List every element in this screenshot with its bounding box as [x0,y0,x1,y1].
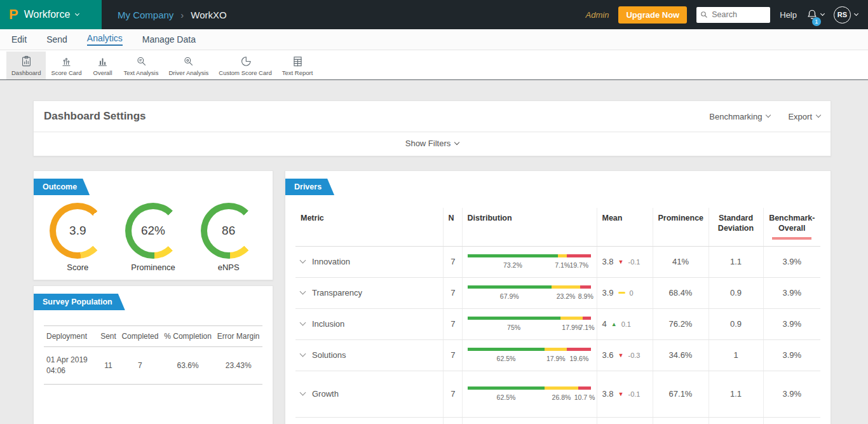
search-box [696,7,770,23]
tab-manage-data[interactable]: Manage Data [142,34,196,44]
distribution-yellow-segment [558,254,567,257]
distribution-red-label: 19.6% [569,355,588,362]
driver-delta: 0 [630,289,634,297]
survey-header-deployment: Deployment [44,326,98,347]
drivers-header-mean: Mean [597,208,653,246]
trend-icon: ▼ [618,352,624,359]
page-title: Dashboard Settings [44,110,146,123]
driver-benchmark: 3.9% [763,339,820,371]
drivers-ribbon: Drivers [285,179,334,195]
driver-delta: 0.1 [621,320,631,328]
distribution-yellow-segment [552,285,580,289]
tab-send[interactable]: Send [46,34,67,44]
drivers-header-prominence: Prominence [653,208,709,246]
driver-row: Growth 7 62.5% 26.8% 10.7 % 3.8 ▼ -0.1 6… [295,371,820,417]
driver-row: Innovation 7 73.2% 7.1% 19.7% 3.8 ▼ -0.1… [295,246,820,277]
driver-benchmark: 3.9% [763,246,820,277]
toolbar-item-text-report[interactable]: Text Report [277,51,318,79]
driver-prominence: 34.6% [653,339,709,371]
tab-edit[interactable]: Edit [11,34,27,44]
toolbar-item-score-card[interactable]: Score Card [46,51,86,79]
trend-icon [618,292,625,294]
distribution-yellow-label: 17.9% [546,355,566,362]
distribution-yellow-label: 17.9% [562,324,581,331]
driver-n: 7 [443,246,462,277]
export-dropdown[interactable]: Export [788,112,820,121]
user-menu[interactable]: RS [834,6,858,24]
driver-delta: -0.3 [628,352,641,359]
driver-mean: 4 [602,319,607,329]
drivers-header-benchmark: Benchmark-Overall [763,208,820,246]
custom-score-card-icon [240,55,252,67]
toolbar-item-overall[interactable]: Overall [87,51,119,79]
brand-logo: P [9,6,18,23]
driver-benchmark: 3.9% [763,417,820,424]
toolbar-item-text-analysis[interactable]: Text Analysis [119,51,164,79]
tab-analytics[interactable]: Analytics [87,33,123,46]
distribution-yellow-label: 26.8% [552,393,571,401]
notifications-button[interactable]: 1 [806,9,824,20]
distribution-red-segment [578,386,592,390]
distribution-green-segment [468,386,545,390]
driver-prominence: 59.5% [653,417,709,424]
survey-population-table: Deployment Sent Completed % Completion E… [44,325,262,385]
toolbar-item-custom-score-card[interactable]: Custom Score Card [214,51,276,79]
survey-header-sent: Sent [98,326,119,347]
driver-metric-name: Solutions [312,350,346,360]
driver-row: Transparency 7 67.9% 23.2% 8.9% 3.9 0 68… [295,277,820,308]
survey-error-margin: 23.43% [214,347,262,385]
distribution-bar [468,317,592,320]
dashboard-page: Dashboard Settings Benchmarking Export S… [0,80,868,424]
distribution-green-segment [468,254,559,257]
driver-metric-name: Inclusion [312,319,344,329]
distribution-green-segment [468,348,545,351]
main-tabs: Edit Send Analytics Manage Data [0,29,868,50]
overall-icon [97,55,109,67]
driver-std-deviation: 1 [709,417,763,424]
upgrade-now-button[interactable]: Upgrade Now [618,6,687,24]
chevron-down-icon [454,139,459,144]
text-analysis-icon [135,55,147,67]
expand-chevron-down-icon[interactable] [300,320,306,326]
distribution-green-label: 75% [507,324,520,331]
distribution-bar [468,348,592,351]
breadcrumb-company[interactable]: My Company [118,10,173,20]
driver-n: 7 [443,339,462,371]
drivers-header-distribution: Distribution [462,208,597,246]
driver-row: Solutions 7 62.5% 17.9% 19.6% 3.6 ▼ -0.3… [295,339,820,371]
outcome-ribbon: Outcome [34,179,90,195]
driver-row: Inclusion 7 75% 17.9% 7.1% 4 ▲ 0.1 76.2% [295,308,820,339]
driver-prominence: 76.2% [653,308,709,339]
survey-header-completed: Completed [119,326,161,347]
text-report-icon [292,55,304,67]
toolbar-item-driver-analysis[interactable]: Driver Analysis [163,51,214,79]
distribution-yellow-label: 23.2% [557,292,576,300]
driver-n: 7 [443,371,462,417]
toolbar-item-dashboard[interactable]: Dashboard [6,51,46,79]
product-name: Workforce [24,9,71,20]
survey-header-completion: % Completion [161,326,215,347]
survey-row: 01 Apr 2019 04:06 11 7 63.6% 23.43% [44,347,262,385]
outcome-card: Outcome 3.9 Score 62% Prominence [33,170,273,280]
product-switcher[interactable]: P Workforce [0,0,102,29]
driver-benchmark: 3.9% [763,371,820,417]
show-filters-toggle[interactable]: Show Filters [34,132,831,156]
driver-metric-name: Growth [312,389,339,399]
driver-analysis-icon [182,55,194,67]
help-link[interactable]: Help [780,10,797,20]
expand-chevron-down-icon[interactable] [300,390,306,396]
expand-chevron-down-icon[interactable] [300,289,306,295]
expand-chevron-down-icon[interactable] [300,257,306,264]
driver-metric-name: Transparency [312,288,362,297]
driver-mean: 3.6 [602,350,614,360]
driver-n: 7 [443,308,462,339]
driver-prominence: 68.4% [653,277,709,308]
expand-chevron-down-icon[interactable] [300,351,306,357]
distribution-red-segment [567,348,591,351]
drivers-table-body: Innovation 7 73.2% 7.1% 19.7% 3.8 ▼ -0.1… [295,246,820,424]
chevron-down-icon [820,11,825,15]
drivers-card: Drivers Metric N Distribution Mean Promi… [285,170,831,424]
driver-benchmark: 3.9% [763,308,820,339]
survey-header-error-margin: Error Margin [214,326,262,347]
benchmarking-dropdown[interactable]: Benchmarking [709,112,770,121]
